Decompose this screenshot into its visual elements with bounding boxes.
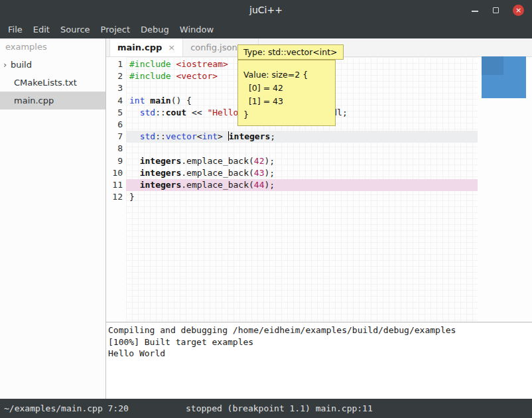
minimap-highlight-shade: [482, 56, 503, 75]
tooltip-value-line: [0] = 42: [243, 82, 330, 95]
tooltip-type: Type: std::vector<int>: [237, 44, 344, 60]
code-token: .emplace_back(: [181, 180, 254, 190]
code-token: vector: [166, 131, 197, 141]
line-number[interactable]: 6: [106, 119, 126, 131]
window-controls: ×: [471, 0, 524, 20]
chevron-right-icon: ›: [0, 60, 11, 70]
menu-item-window[interactable]: Window: [180, 25, 214, 35]
line-number[interactable]: 10: [106, 167, 126, 179]
tab-main-cpp[interactable]: main.cpp×: [109, 38, 183, 56]
file-name-label: CMakeLists.txt: [14, 78, 77, 88]
tab-close-icon[interactable]: ×: [168, 42, 175, 52]
code-token: <vector>: [176, 71, 218, 81]
window-title: juCi++: [249, 5, 283, 15]
code-token: integers: [140, 168, 182, 178]
sidebar: examples ›buildCMakeLists.txtmain.cpp: [0, 38, 106, 399]
code-token: #include: [129, 71, 171, 81]
tooltip-value: Value: size=2 { [0] = 42 [1] = 43}: [237, 60, 336, 126]
line-number[interactable]: 4: [106, 95, 126, 107]
menu-item-debug[interactable]: Debug: [141, 25, 169, 35]
code-token: [129, 156, 140, 166]
code-token: integers: [140, 180, 182, 190]
code-line-10[interactable]: integers.emplace_back(43);: [126, 167, 478, 179]
code-token: );: [265, 180, 275, 190]
code-line-9[interactable]: integers.emplace_back(42);: [126, 155, 478, 167]
terminal-line: [100%] Built target examples: [108, 336, 532, 348]
code-token: int: [129, 96, 145, 105]
tab-label: main.cpp: [117, 42, 162, 52]
code-token: cout: [166, 107, 186, 117]
line-number[interactable]: 7: [106, 131, 126, 143]
menu-item-edit[interactable]: Edit: [33, 25, 50, 35]
code-token: integers: [140, 156, 182, 166]
code-token: );: [265, 168, 275, 178]
code-token: ;: [270, 131, 275, 141]
line-number[interactable]: 1: [106, 58, 126, 70]
code-line-8[interactable]: [126, 143, 478, 155]
code-token: 44: [254, 180, 265, 190]
menu-item-source[interactable]: Source: [60, 25, 90, 35]
menu-bar: FileEditSourceProjectDebugWindow: [0, 20, 532, 38]
line-number[interactable]: 2: [106, 70, 126, 82]
line-number[interactable]: 3: [106, 82, 126, 94]
line-number[interactable]: 11: [106, 179, 126, 191]
code-token: <: [197, 131, 202, 141]
code-token: [129, 107, 140, 117]
terminal-line: Compiling and debugging /home/eidheim/ex…: [108, 324, 532, 336]
code-token: #include: [129, 59, 171, 69]
code-token: main: [150, 96, 170, 105]
tooltip-value-line: Value: size=2 {: [243, 68, 330, 82]
terminal-output[interactable]: Compiling and debugging /home/eidheim/ex…: [106, 322, 532, 399]
code-token: ::: [155, 131, 166, 141]
code-token: std: [140, 131, 155, 141]
file-name-label: build: [11, 60, 32, 70]
code-token: <<: [186, 107, 207, 117]
code-token: [129, 131, 140, 141]
code-token: 42: [254, 156, 265, 166]
tab-label: config.json: [190, 42, 237, 52]
code-token: std: [140, 107, 155, 117]
code-token: int: [202, 131, 218, 141]
status-file-position: ~/examples/main.cpp 7:20: [0, 403, 129, 413]
sidebar-item-main-cpp[interactable]: main.cpp: [0, 92, 105, 109]
code-line-12[interactable]: }: [126, 191, 478, 203]
code-token: integers: [229, 131, 271, 141]
status-bar: ~/examples/main.cpp 7:20 stopped (breakp…: [0, 399, 532, 418]
tooltip-value-line: [1] = 43: [243, 95, 330, 108]
line-number[interactable]: 9: [106, 155, 126, 167]
sidebar-header: examples: [0, 38, 105, 56]
menu-item-file[interactable]: File: [8, 25, 23, 35]
line-number[interactable]: 5: [106, 107, 126, 119]
code-token: <iostream>: [176, 59, 228, 69]
minimize-button[interactable]: [471, 6, 479, 14]
file-name-label: main.cpp: [14, 96, 54, 105]
code-token: 43: [254, 168, 265, 178]
minimap-highlight: [482, 56, 526, 98]
code-token: .emplace_back(: [181, 168, 254, 178]
code-token: >: [218, 131, 228, 141]
code-token: );: [265, 156, 275, 166]
code-token: () {: [171, 96, 192, 105]
file-tree: ›buildCMakeLists.txtmain.cpp: [0, 56, 105, 109]
line-number[interactable]: 12: [106, 191, 126, 203]
code-token: ::: [155, 107, 166, 117]
status-debug-state: stopped (breakpoint 1.1) main.cpp:11: [186, 403, 373, 413]
menu-item-project[interactable]: Project: [101, 25, 130, 35]
line-number-gutter: 123456789101112: [106, 57, 126, 322]
sidebar-item-cmakelists-txt[interactable]: CMakeLists.txt: [0, 74, 105, 92]
title-bar[interactable]: juCi++ ×: [0, 0, 532, 20]
code-token: .emplace_back(: [181, 156, 254, 166]
code-token: [129, 180, 140, 190]
code-line-11[interactable]: integers.emplace_back(44);: [126, 179, 478, 191]
sidebar-item-build[interactable]: ›build: [0, 56, 105, 74]
code-token: [129, 168, 140, 178]
tooltip-value-line: }: [243, 108, 330, 121]
restore-button[interactable]: [492, 7, 499, 14]
code-token: }: [129, 192, 135, 202]
terminal-line: Hello World: [108, 348, 532, 360]
line-number[interactable]: 8: [106, 143, 126, 155]
close-button[interactable]: ×: [513, 5, 524, 16]
code-line-7[interactable]: std::vector<int> integers;: [126, 131, 478, 143]
